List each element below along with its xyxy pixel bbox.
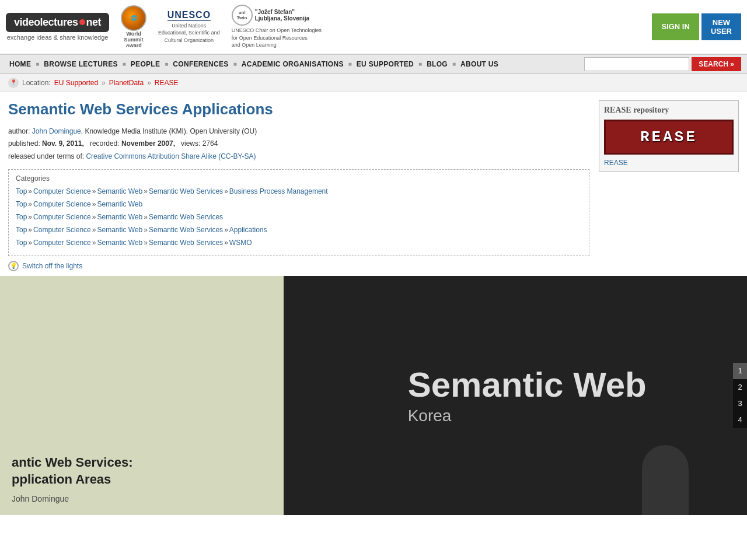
rease-logo: REASE — [604, 120, 734, 155]
cat-sws-3[interactable]: Semantic Web Services — [149, 213, 223, 221]
cat-top-1[interactable]: Top — [16, 187, 27, 195]
video-slide-panel: antic Web Services:pplication Areas John… — [0, 276, 284, 515]
categories-title: Categories — [16, 174, 582, 183]
location-icon: 📍 — [8, 78, 19, 88]
nav-sep-6: ■ — [417, 61, 423, 67]
nav-home[interactable]: HOME — [6, 55, 34, 73]
cat-top-3[interactable]: Top — [16, 213, 27, 221]
lecture-title: Semantic Web Services Applications — [8, 100, 589, 118]
logo-area: videolectures net exchange ideas & share… — [6, 13, 109, 41]
site-logo: videolectures net — [6, 13, 109, 32]
newuser-button[interactable]: NEWUSER — [701, 13, 741, 40]
cat-top-5[interactable]: Top — [16, 239, 27, 247]
cat-cs-5[interactable]: Computer Science — [33, 239, 91, 247]
header-buttons: SIGN IN NEWUSER — [652, 13, 741, 40]
main-content: Semantic Web Services Applications autho… — [0, 92, 747, 256]
unitwin-area: uniTwin "Jožef Stefan"Ljubljana, Sloveni… — [232, 5, 322, 49]
cat-top-2[interactable]: Top — [16, 200, 27, 208]
author-label: author: — [8, 127, 32, 135]
sidebar: REASE repository REASE REASE — [599, 100, 739, 256]
rease-box: REASE repository REASE REASE — [599, 100, 739, 172]
cat-cs-4[interactable]: Computer Science — [33, 226, 91, 234]
nav-sep-5: ■ — [347, 61, 353, 67]
nav-about[interactable]: ABOUT US — [457, 55, 502, 73]
nav-browse[interactable]: BROWSE LECTURES — [40, 55, 121, 73]
cat-apps-4[interactable]: Applications — [229, 226, 267, 234]
content-left: Semantic Web Services Applications autho… — [8, 100, 589, 256]
video-track-3[interactable]: 3 — [733, 396, 747, 412]
search-button[interactable]: SEARCH » — [692, 57, 741, 71]
video-korea-text: Korea — [408, 407, 452, 425]
category-row-3: Top»Computer Science»Semantic Web»Semant… — [16, 212, 582, 223]
breadcrumb-prefix: Location: — [22, 79, 51, 87]
unitwin-logo-icon: uniTwin — [232, 5, 253, 26]
search-input[interactable] — [584, 57, 689, 71]
cat-sw-1[interactable]: Semantic Web — [97, 187, 142, 195]
published-label: published: — [8, 139, 42, 148]
cat-sws-5[interactable]: Semantic Web Services — [149, 239, 223, 247]
signin-button[interactable]: SIGN IN — [652, 13, 699, 40]
logo-text: videolectures — [14, 16, 78, 29]
cat-bpm-1[interactable]: Business Process Management — [229, 187, 328, 195]
breadcrumb-eu-supported[interactable]: EU Supported — [54, 79, 98, 87]
switch-lights-bar: 💡 Switch off the lights — [0, 256, 747, 276]
unesco-area: UNESCO United NationsEducational, Scient… — [158, 10, 220, 44]
nav-sep-3: ■ — [163, 61, 169, 67]
bulb-icon: 💡 — [8, 261, 19, 271]
video-track-4[interactable]: 4 — [733, 412, 747, 428]
page-header: videolectures net exchange ideas & share… — [0, 0, 747, 55]
video-area: antic Web Services:pplication Areas John… — [0, 276, 747, 515]
category-row-5: Top»Computer Science»Semantic Web»Semant… — [16, 237, 582, 249]
recorded-label: recorded: — [90, 139, 121, 148]
license-link[interactable]: Creative Commons Attribution Share Alike… — [86, 152, 256, 160]
nav-conferences[interactable]: CONFERENCES — [169, 55, 232, 73]
nav-academic[interactable]: ACADEMIC ORGANISATIONS — [238, 55, 347, 73]
cat-sw-5[interactable]: Semantic Web — [97, 239, 142, 247]
author-link[interactable]: John Domingue — [32, 127, 81, 135]
cat-top-4[interactable]: Top — [16, 226, 27, 234]
cat-sw-4[interactable]: Semantic Web — [97, 226, 142, 234]
breadcrumb-arrow-1: » — [102, 79, 106, 87]
unesco-sub: United NationsEducational, Scientific an… — [158, 22, 220, 44]
unitwin-name: "Jožef Stefan"Ljubljana, Slovenija — [255, 9, 309, 22]
nav-links: HOME ■ BROWSE LECTURES ■ PEOPLE ■ CONFER… — [6, 55, 584, 73]
video-track-1[interactable]: 1 — [733, 363, 747, 379]
breadcrumb-arrow-2: » — [147, 79, 151, 87]
nav-sep-7: ■ — [451, 61, 457, 67]
cat-cs-3[interactable]: Computer Science — [33, 213, 91, 221]
category-row-1: Top»Computer Science»Semantic Web»Semant… — [16, 186, 582, 197]
logo-suffix: net — [86, 16, 102, 29]
category-row-2: Top»Computer Science»Semantic Web — [16, 199, 582, 210]
cat-sw-3[interactable]: Semantic Web — [97, 213, 142, 221]
released-label: released under terms of: — [8, 152, 86, 160]
cat-cs-2[interactable]: Computer Science — [33, 200, 91, 208]
breadcrumb-planetdata[interactable]: PlanetData — [109, 79, 144, 87]
cat-sws-4[interactable]: Semantic Web Services — [149, 226, 223, 234]
nav-bar: HOME ■ BROWSE LECTURES ■ PEOPLE ■ CONFER… — [0, 55, 747, 74]
nav-sep-1: ■ — [34, 61, 40, 67]
logo-tagline: exchange ideas & share knowledge — [7, 34, 109, 41]
cat-sws-1[interactable]: Semantic Web Services — [149, 187, 223, 195]
cat-cs-1[interactable]: Computer Science — [33, 187, 91, 195]
category-row-4: Top»Computer Science»Semantic Web»Semant… — [16, 225, 582, 236]
nav-blog[interactable]: BLOG — [423, 55, 451, 73]
switch-lights-link[interactable]: Switch off the lights — [22, 262, 82, 270]
video-track-2[interactable]: 2 — [733, 379, 747, 396]
categories-box: Categories Top»Computer Science»Semantic… — [8, 169, 589, 256]
nav-eu[interactable]: EU SUPPORTED — [353, 55, 417, 73]
nav-people[interactable]: PEOPLE — [127, 55, 163, 73]
recorded-date: November 2007, — [121, 139, 175, 148]
cat-wsmo-5[interactable]: WSMO — [229, 239, 252, 247]
views-count: 2764 — [203, 139, 218, 148]
nav-sep-4: ■ — [232, 61, 238, 67]
logo-dot — [79, 19, 85, 25]
video-speaker-panel: Semantic Web Korea — [284, 276, 747, 515]
rease-link[interactable]: REASE — [604, 159, 628, 167]
rease-repository-title: REASE repository — [604, 106, 734, 115]
breadcrumb-rease[interactable]: REASE — [155, 79, 179, 87]
award-text: WorldSummitAward — [124, 31, 144, 48]
breadcrumb-bar: 📍 Location: EU Supported » PlanetData » … — [0, 74, 747, 92]
unitwin-desc: UNESCO Chair on Open Technologiesfor Ope… — [232, 27, 322, 49]
slide-author: John Domingue — [12, 494, 272, 503]
cat-sw-2[interactable]: Semantic Web — [97, 200, 142, 208]
